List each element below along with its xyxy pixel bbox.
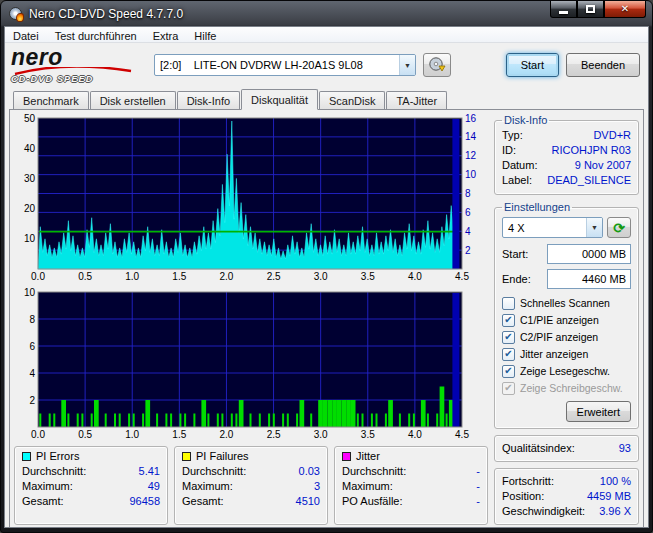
svg-text:8: 8 [29, 314, 35, 325]
tab-disk-info[interactable]: Disk-Info [177, 91, 240, 109]
progress-row: Geschwindigkeit:3.96 X [502, 504, 631, 519]
stat-row: PO Ausfälle:- [342, 494, 480, 509]
svg-text:8: 8 [465, 188, 471, 199]
svg-text:12: 12 [465, 150, 477, 161]
start-position-field[interactable]: 0000 MB [547, 244, 631, 264]
checkbox[interactable]: ✔ [502, 331, 515, 344]
checkbox-row-jitter-anzeigen[interactable]: ✔Jitter anzeigen [502, 346, 631, 362]
svg-text:50: 50 [24, 114, 36, 124]
checkbox[interactable]: ✔ [502, 348, 515, 361]
drive-select-value: [2:0] LITE-ON DVDRW LH-20A1S 9L08 [155, 59, 399, 71]
window-content: DateiTest durchführenExtraHilfe nero CD-… [4, 26, 649, 528]
checkbox-row-zeige-schreibgeschw: ✔Zeige Schreibgeschw. [502, 380, 631, 396]
checkbox-row-schnelles-scannen[interactable]: Schnelles Scannen [502, 295, 631, 311]
maximize-button[interactable] [577, 1, 604, 18]
tab-diskqualit-t[interactable]: Diskqualität [241, 89, 318, 110]
disk-info-value: 9 Nov 2007 [575, 158, 631, 173]
disk-info-value: DEAD_SILENCE [547, 173, 631, 188]
stat-value: 49 [148, 479, 160, 494]
drive-select[interactable]: [2:0] LITE-ON DVDRW LH-20A1S 9L08 ▼ [154, 54, 416, 76]
tab-strip: BenchmarkDisk erstellenDisk-InfoDiskqual… [5, 89, 648, 109]
stat-label: Gesamt: [22, 494, 64, 509]
checkbox-row-zeige-lesegeschw[interactable]: ✔Zeige Lesegeschw. [502, 363, 631, 379]
menu-item-extra[interactable]: Extra [145, 27, 187, 42]
menu-item-test-durchf-hren[interactable]: Test durchführen [47, 27, 145, 42]
checkbox[interactable]: ✔ [502, 314, 515, 327]
svg-text:2.0: 2.0 [219, 271, 233, 282]
svg-text:2.5: 2.5 [267, 429, 281, 440]
tab-benchmark[interactable]: Benchmark [13, 91, 89, 109]
checkbox-row-c1-pie-anzeigen[interactable]: ✔C1/PIE anzeigen [502, 312, 631, 328]
start-field-label: Start: [502, 248, 528, 260]
checkbox[interactable] [502, 297, 515, 310]
quit-button[interactable]: Beenden [566, 53, 640, 77]
minimize-button[interactable] [550, 1, 577, 18]
menu-item-hilfe[interactable]: Hilfe [186, 27, 224, 42]
start-button[interactable]: Start [506, 53, 559, 77]
window-controls: ✕ [550, 1, 646, 18]
logo-text: nero [11, 46, 147, 69]
checkbox[interactable]: ✔ [502, 365, 515, 378]
legend-swatch-pi-errors [22, 452, 31, 461]
stats-pi-failures: PI FailuresDurchschnitt:0.03Maximum:3Ges… [174, 446, 328, 525]
toolbar: nero CD-DVD SPEED [2:0] LITE-ON DVDRW LH… [5, 43, 648, 89]
quality-index-box: Qualitätsindex: 93 [494, 435, 639, 462]
svg-text:10: 10 [24, 288, 36, 298]
checkbox-row-c2-pif-anzeigen[interactable]: ✔C2/PIF anzeigen [502, 329, 631, 345]
stat-head: PI Failures [182, 450, 320, 462]
tab-scandisk[interactable]: ScanDisk [319, 91, 385, 109]
menu-item-datei[interactable]: Datei [5, 27, 47, 42]
progress-box: Fortschritt:100 %Position:4459 MBGeschwi… [494, 468, 639, 525]
chevron-down-icon[interactable]: ▼ [399, 55, 415, 75]
svg-text:0.0: 0.0 [31, 271, 45, 282]
stat-label: Maximum: [182, 479, 233, 494]
end-field-row: Ende: 4460 MB [502, 269, 631, 289]
svg-text:0.5: 0.5 [78, 271, 92, 282]
minimize-icon [559, 11, 568, 14]
eject-button[interactable] [423, 53, 451, 77]
disk-info-value: DVD+R [593, 128, 631, 143]
stat-title: PI Errors [36, 450, 79, 462]
end-position-field[interactable]: 4460 MB [547, 269, 631, 289]
svg-text:0.5: 0.5 [78, 429, 92, 440]
chevron-down-icon[interactable]: ▼ [586, 218, 602, 237]
close-button[interactable]: ✕ [604, 1, 646, 18]
quality-index-value: 93 [619, 441, 631, 456]
stat-value: 4510 [296, 494, 320, 509]
start-field-row: Start: 0000 MB [502, 244, 631, 264]
speed-select[interactable]: 4 X ▼ [502, 217, 603, 238]
svg-text:10: 10 [24, 233, 36, 244]
svg-text:1.0: 1.0 [125, 271, 139, 282]
stat-label: PO Ausfälle: [342, 494, 403, 509]
progress-label: Fortschritt: [502, 474, 554, 489]
disk-info-label: Typ: [502, 128, 523, 143]
svg-text:2: 2 [465, 245, 471, 256]
svg-text:4: 4 [29, 368, 35, 379]
stat-label: Gesamt: [182, 494, 224, 509]
quality-index-label: Qualitätsindex: [502, 441, 575, 456]
svg-text:3.0: 3.0 [314, 271, 328, 282]
svg-text:20: 20 [24, 203, 36, 214]
tab-ta-jitter[interactable]: TA-Jitter [386, 91, 447, 109]
stat-label: Durchschnitt: [22, 464, 86, 479]
disk-info-row: Typ:DVD+R [502, 128, 631, 143]
svg-text:4.0: 4.0 [408, 429, 422, 440]
refresh-speed-button[interactable]: ⟳ [607, 217, 631, 238]
stat-row: Gesamt:96458 [22, 494, 160, 509]
svg-text:3.5: 3.5 [361, 271, 375, 282]
progress-value: 3.96 X [599, 504, 631, 519]
advanced-button[interactable]: Erweitert [566, 401, 631, 422]
tab-disk-erstellen[interactable]: Disk erstellen [90, 91, 176, 109]
tab-page-diskqualitaet: 10203040502468101214160.00.51.01.52.02.5… [9, 109, 644, 528]
svg-text:6: 6 [465, 207, 471, 218]
nero-logo: nero CD-DVD SPEED [11, 46, 147, 84]
svg-text:4: 4 [465, 226, 471, 237]
titlebar[interactable]: Nero CD-DVD Speed 4.7.7.0 ✕ [4, 1, 649, 26]
stat-label: Maximum: [22, 479, 73, 494]
settings-legend: Einstellungen [502, 201, 572, 213]
checkbox-label: Schnelles Scannen [520, 297, 610, 309]
checkbox: ✔ [502, 382, 515, 395]
svg-text:16: 16 [465, 114, 477, 124]
stat-row: Durchschnitt:5.41 [22, 464, 160, 479]
stats-pi-errors: PI ErrorsDurchschnitt:5.41Maximum:49Gesa… [14, 446, 168, 525]
